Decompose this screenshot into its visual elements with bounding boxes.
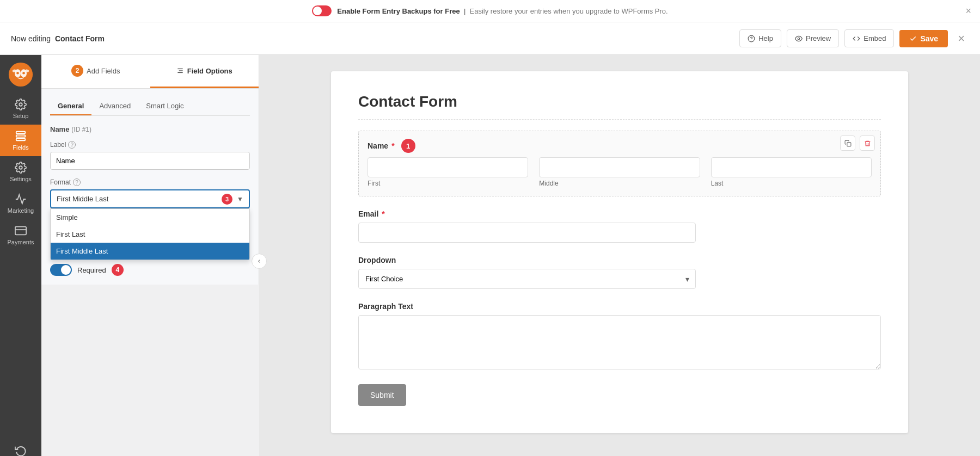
subtab-general[interactable]: General	[50, 97, 91, 115]
panel-wrapper: 2 Add Fields Field Options General Advan…	[41, 55, 259, 456]
subtab-advanced[interactable]: Advanced	[91, 97, 138, 115]
sidebar: Setup Fields Settings Marketing Payments	[0, 55, 41, 456]
label-input[interactable]	[50, 152, 250, 170]
format-info-icon[interactable]: ?	[73, 178, 81, 186]
header-actions: Help Preview Embed Save ×	[739, 29, 969, 48]
svg-point-7	[22, 72, 25, 75]
format-select-display[interactable]: First Middle Last ▼ 3	[50, 189, 250, 208]
name-middle-label: Middle	[539, 180, 700, 187]
fields-icon	[15, 130, 27, 142]
required-toggle[interactable]	[50, 264, 72, 276]
sidebar-item-settings[interactable]: Settings	[0, 156, 41, 188]
svg-point-10	[19, 103, 22, 106]
embed-icon	[853, 35, 860, 42]
dropdown-select[interactable]: First Choice	[358, 269, 696, 289]
sidebar-item-marketing[interactable]: Marketing	[0, 188, 41, 219]
submit-button[interactable]: Submit	[358, 384, 406, 406]
help-icon	[748, 35, 755, 42]
form-name: Contact Form	[55, 34, 105, 43]
sidebar-fields-label: Fields	[13, 144, 28, 151]
top-banner: Enable Form Entry Backups for Free | Eas…	[0, 0, 980, 22]
paragraph-textarea[interactable]	[358, 315, 881, 369]
sidebar-settings-label: Settings	[10, 176, 32, 182]
dropdown-option-simple[interactable]: Simple	[51, 209, 249, 226]
svg-rect-13	[16, 139, 26, 141]
required-row: Required 4	[50, 264, 250, 276]
close-icon[interactable]: ×	[953, 29, 969, 48]
label-field-label: Label ?	[50, 141, 250, 149]
required-badge-4: 4	[112, 264, 124, 276]
field-section-id: (ID #1)	[71, 126, 91, 133]
form-card: Contact Form Name * 1 First Middle	[331, 71, 908, 433]
embed-button[interactable]: Embed	[844, 29, 894, 47]
sidebar-item-setup[interactable]: Setup	[0, 93, 41, 125]
banner-toggle[interactable]	[312, 5, 332, 16]
help-label: Help	[758, 34, 773, 42]
panel-collapse-arrow[interactable]	[252, 254, 267, 269]
email-required-star: *	[382, 209, 384, 218]
tab-add-fields[interactable]: 2 Add Fields	[41, 55, 150, 88]
chevron-left-icon	[256, 258, 262, 264]
preview-button[interactable]: Preview	[787, 29, 839, 47]
form-field-name: Name * 1 First Middle Last	[358, 131, 881, 196]
sidebar-payments-label: Payments	[8, 239, 34, 245]
name-delete-button[interactable]	[860, 135, 875, 151]
svg-point-2	[798, 38, 800, 40]
save-checkmark-icon	[909, 35, 917, 42]
dropdown-select-wrapper: First Choice	[358, 269, 696, 289]
dropdown-option-first-middle-last[interactable]: First Middle Last	[51, 243, 249, 260]
field-section-title: Name	[50, 125, 69, 133]
form-field-dropdown: Dropdown First Choice	[358, 256, 881, 289]
sidebar-item-history[interactable]	[0, 439, 41, 456]
preview-label: Preview	[806, 34, 831, 42]
sub-tabs: General Advanced Smart Logic	[50, 97, 250, 116]
form-field-paragraph: Paragraph Text	[358, 302, 881, 371]
save-label: Save	[920, 34, 938, 43]
name-last-label: Last	[711, 180, 872, 187]
dropdown-option-first-last[interactable]: First Last	[51, 226, 249, 243]
sidebar-item-payments[interactable]: Payments	[0, 219, 41, 251]
main-header: Now editing Contact Form Help Preview Em…	[0, 22, 980, 55]
tab-add-fields-label: Add Fields	[87, 67, 120, 75]
email-field-label: Email *	[358, 209, 881, 218]
name-middle-input[interactable]	[539, 157, 700, 177]
chevron-down-icon: ▼	[237, 195, 243, 203]
field-section-header: Name (ID #1)	[50, 125, 250, 133]
sidebar-item-fields[interactable]: Fields	[0, 125, 41, 156]
name-first-input[interactable]	[367, 157, 528, 177]
submit-label: Submit	[370, 391, 394, 399]
editing-label: Now editing	[11, 34, 51, 43]
email-input[interactable]	[358, 223, 696, 243]
add-fields-badge: 2	[71, 65, 83, 77]
name-last-field: Last	[711, 157, 872, 187]
svg-rect-15	[15, 227, 26, 235]
subtab-smart-logic[interactable]: Smart Logic	[138, 97, 191, 115]
tab-field-options[interactable]: Field Options	[150, 55, 259, 88]
svg-point-14	[19, 166, 22, 169]
format-selected-value: First Middle Last	[57, 195, 108, 203]
svg-point-3	[9, 63, 33, 87]
marketing-icon	[15, 193, 27, 205]
label-info-icon[interactable]: ?	[68, 141, 76, 149]
banner-close-icon[interactable]: ×	[965, 5, 971, 17]
name-last-input[interactable]	[711, 157, 872, 177]
form-area: Contact Form Name * 1 First Middle	[259, 55, 980, 456]
banner-description: Easily restore your entries when you upg…	[470, 7, 668, 15]
panel: 2 Add Fields Field Options General Advan…	[41, 55, 259, 285]
sidebar-logo	[7, 60, 35, 89]
payments-icon	[15, 225, 27, 237]
embed-label: Embed	[863, 34, 886, 42]
field-options-icon	[176, 67, 184, 75]
name-fields-group: First Middle Last	[367, 157, 872, 187]
paragraph-field-label: Paragraph Text	[358, 302, 881, 311]
name-copy-button[interactable]	[840, 135, 855, 151]
app-layout: Setup Fields Settings Marketing Payments	[0, 55, 980, 456]
help-button[interactable]: Help	[739, 29, 781, 47]
copy-icon	[844, 140, 852, 147]
preview-icon	[795, 35, 803, 42]
header-title: Now editing Contact Form	[11, 34, 105, 43]
save-button[interactable]: Save	[899, 30, 948, 47]
name-field-badge: 1	[401, 139, 415, 153]
history-icon	[15, 445, 27, 456]
format-field-row: Format ? First Middle Last ▼ 3 Simple	[50, 178, 250, 208]
